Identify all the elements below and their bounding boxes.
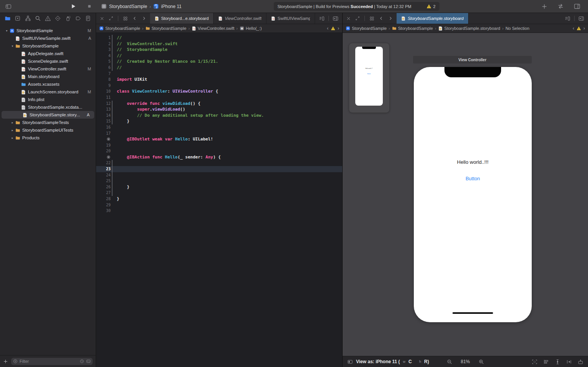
editor-options-icon[interactable] <box>319 16 325 21</box>
editor-tab[interactable]: ViewController.swift <box>214 13 266 24</box>
file-row[interactable]: SwiftUIViewSample.swiftA <box>0 34 96 42</box>
connection-marker[interactable] <box>96 155 111 159</box>
related-items-icon[interactable] <box>123 16 128 21</box>
project-file-tree[interactable]: ▾StoryboardSampleMSwiftUIViewSample.swif… <box>0 24 96 355</box>
run-button[interactable] <box>70 3 76 9</box>
expand-editor-icon[interactable] <box>355 16 360 21</box>
close-editor-icon[interactable] <box>100 16 104 21</box>
file-row[interactable]: ▸StoryboardSampleTests <box>0 119 96 126</box>
file-row[interactable]: Main.storyboard <box>0 73 96 80</box>
file-row[interactable]: ViewController.swiftM <box>0 65 96 73</box>
nav-source-control-icon[interactable] <box>15 15 21 21</box>
editor-options-icon[interactable] <box>565 16 570 21</box>
file-row[interactable]: Info.plist <box>0 96 96 103</box>
prev-issue-icon[interactable]: ‹ <box>573 26 574 31</box>
file-row[interactable]: ▸StoryboardSampleUITests <box>0 126 96 134</box>
nav-tests-icon[interactable] <box>55 15 61 21</box>
disclosure-icon[interactable]: ▸ <box>10 129 15 132</box>
add-file-icon[interactable] <box>3 359 8 364</box>
editor-swap-icon[interactable] <box>557 3 564 10</box>
code-line: 1// <box>96 35 342 41</box>
toggle-inspectors-icon[interactable] <box>574 3 580 10</box>
breadcrumb-item[interactable]: No Selection <box>505 26 529 31</box>
zoom-level[interactable]: 81% <box>461 359 470 364</box>
add-editor-icon[interactable] <box>578 16 584 21</box>
breadcrumb-item[interactable]: ViewController.swift <box>192 26 235 31</box>
forward-icon[interactable] <box>388 16 393 21</box>
file-row[interactable]: Assets.xcassets <box>0 80 96 88</box>
next-issue-icon[interactable]: › <box>583 26 585 31</box>
scheme-project-name[interactable]: StoryboardSample <box>109 4 147 9</box>
storyboard-canvas[interactable]: Hello world..!!! Button View Controller … <box>343 33 588 356</box>
disclosure-icon[interactable]: ▸ <box>10 121 15 124</box>
toggle-device-bar-icon[interactable] <box>347 359 353 365</box>
close-editor-icon[interactable] <box>346 16 351 21</box>
action-connection-icon[interactable] <box>106 155 111 159</box>
add-constraints-icon[interactable] <box>555 359 560 365</box>
view-controller-scene[interactable]: Hello world..!!! Button <box>414 67 532 322</box>
forward-icon[interactable] <box>142 16 146 21</box>
breadcrumb-item[interactable]: StoryboardSample <box>145 26 186 31</box>
hello-world-label[interactable]: Hello world..!!! <box>414 159 532 165</box>
disclosure-icon[interactable]: ▾ <box>5 29 9 33</box>
file-row[interactable]: StoryboardSample.story...A <box>2 111 94 119</box>
filter-field[interactable]: Filter <box>11 358 93 365</box>
add-editor-icon[interactable] <box>333 16 338 21</box>
library-add-icon[interactable] <box>541 3 547 10</box>
scene-title-bar[interactable]: View Controller <box>413 56 532 64</box>
align-icon[interactable] <box>543 359 549 365</box>
toggle-navigator-icon[interactable] <box>5 3 11 10</box>
issue-warning-icon[interactable] <box>331 26 335 31</box>
recent-files-icon[interactable] <box>80 359 84 364</box>
disclosure-icon[interactable]: ▾ <box>10 44 15 48</box>
nav-debug-icon[interactable] <box>65 15 71 21</box>
issue-warning-icon[interactable] <box>577 26 581 31</box>
nav-find-icon[interactable] <box>35 15 41 21</box>
file-row[interactable]: AppDelegate.swift <box>0 50 96 57</box>
storyboard-tab[interactable]: StoryboardSample.storyboard <box>397 13 469 24</box>
file-row[interactable]: ▾StoryboardSampleM <box>0 27 96 34</box>
file-row[interactable]: ▾StoryboardSample <box>0 42 96 50</box>
file-row[interactable]: SceneDelegate.swift <box>0 57 96 65</box>
file-row[interactable]: ▸Products <box>0 134 96 142</box>
source-control-filter-icon[interactable] <box>86 359 91 364</box>
nav-project-icon[interactable] <box>5 15 11 21</box>
breadcrumb-item[interactable]: StoryboardSample <box>392 26 433 31</box>
outlet-connection-icon[interactable] <box>106 137 111 141</box>
next-issue-icon[interactable]: › <box>338 26 339 31</box>
view-as-control[interactable]: View as: iPhone 11 (wC hR) <box>356 359 429 364</box>
file-row[interactable]: StoryboardSample.xcdata... <box>0 103 96 111</box>
editor-tab[interactable]: Storyboard...e.storyboard <box>150 13 214 24</box>
resolve-autolayout-icon[interactable] <box>566 359 572 365</box>
scheme-selector[interactable]: StoryboardSample › iPhone 11 <box>101 3 181 9</box>
nav-reports-icon[interactable] <box>85 15 91 21</box>
nav-issues-icon[interactable] <box>45 15 51 21</box>
zoom-in-icon[interactable] <box>479 359 484 365</box>
disclosure-icon[interactable]: ▸ <box>10 136 15 140</box>
activity-status[interactable]: StoryboardSample | Build for Previews Su… <box>274 2 439 11</box>
breadcrumb-item[interactable]: MHello(_:) <box>240 26 262 31</box>
zoom-out-icon[interactable] <box>446 359 452 365</box>
breadcrumb-item[interactable]: StoryboardSample.storyboard <box>438 26 500 31</box>
expand-editor-icon[interactable] <box>109 16 113 21</box>
stop-button[interactable] <box>87 4 92 9</box>
warning-badge[interactable]: 2 <box>426 4 435 9</box>
scene-thumbnail[interactable]: Hello world..!!! Button <box>349 43 390 113</box>
source-code-editor[interactable]: 1//2// ViewController.swift3// Storyboar… <box>96 33 342 367</box>
back-icon[interactable] <box>379 16 384 21</box>
back-icon[interactable] <box>132 16 137 21</box>
prev-issue-icon[interactable]: ‹ <box>327 26 328 31</box>
filter-scope-icon[interactable] <box>13 359 18 364</box>
storyboard-button[interactable]: Button <box>414 176 532 181</box>
connection-marker[interactable] <box>96 137 111 141</box>
scheme-device-name[interactable]: iPhone 11 <box>161 4 181 9</box>
related-items-icon[interactable] <box>369 16 374 21</box>
embed-icon[interactable] <box>578 359 583 365</box>
update-frames-icon[interactable] <box>532 359 537 365</box>
nav-breakpoints-icon[interactable] <box>75 15 81 21</box>
editor-tab[interactable]: SwiftUIViewSamp <box>266 13 315 24</box>
breadcrumb-item[interactable]: StoryboardSample <box>346 26 387 31</box>
nav-symbols-icon[interactable] <box>25 15 31 21</box>
file-row[interactable]: LaunchScreen.storyboardM <box>0 88 96 96</box>
breadcrumb-item[interactable]: StoryboardSample <box>99 26 140 31</box>
